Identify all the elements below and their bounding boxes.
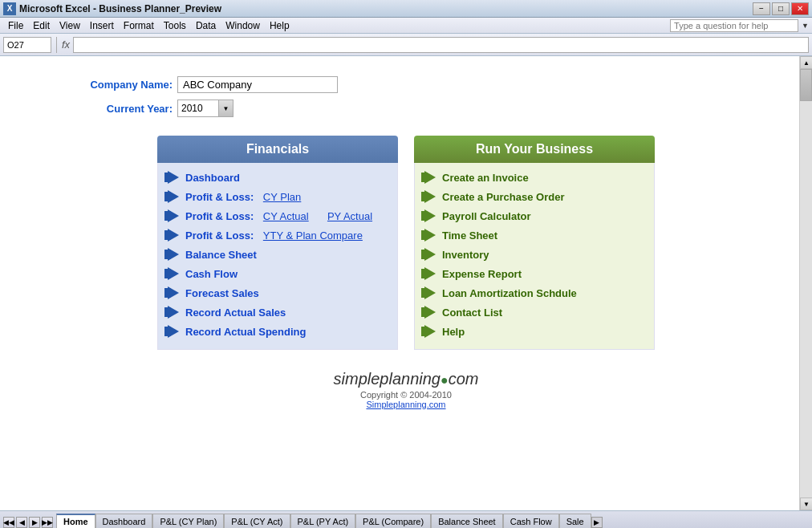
contact-list-item: Contact List [424, 306, 644, 319]
tab-cash-flow[interactable]: Cash Flow [503, 514, 559, 528]
expense-report-link[interactable]: Expense Report [442, 268, 522, 280]
window-title: Microsoft Excel - Business Planner_Previ… [19, 3, 753, 14]
create-invoice-link[interactable]: Create an Invoice [442, 172, 529, 184]
tab-sale[interactable]: Sale [559, 514, 591, 528]
help-link[interactable]: Help [442, 326, 465, 338]
help-search-dropdown[interactable]: ▼ [802, 22, 809, 30]
menu-window[interactable]: Window [221, 19, 265, 32]
tab-next-button[interactable]: ▶ [29, 517, 40, 528]
footer-area: simpleplanning●com Copyright © 2004-2010… [12, 358, 800, 413]
tab-first-button[interactable]: ◀◀ [3, 517, 14, 528]
menu-help[interactable]: Help [265, 19, 294, 32]
pl-compare-item: Profit & Loss: YTY & Plan Compare [168, 229, 388, 242]
menu-format[interactable]: Format [119, 19, 159, 32]
menu-tools[interactable]: Tools [159, 19, 191, 32]
dashboard-item: Dashboard [168, 171, 388, 184]
scroll-down-button[interactable]: ▼ [800, 498, 812, 510]
menu-insert[interactable]: Insert [85, 19, 119, 32]
inventory-link[interactable]: Inventory [442, 249, 489, 261]
tab-balance-sheet[interactable]: Balance Sheet [431, 514, 503, 528]
menu-edit[interactable]: Edit [28, 19, 55, 32]
arrow-icon [168, 248, 179, 261]
help-search-input[interactable] [670, 19, 798, 32]
loan-amort-item: Loan Amortization Schdule [424, 286, 644, 299]
scroll-up-button[interactable]: ▲ [800, 56, 812, 69]
arrow-icon [168, 171, 179, 184]
record-actual-sales-item: Record Actual Sales [168, 306, 388, 319]
py-actual-link[interactable]: PY Actual [327, 210, 372, 222]
run-your-business-body: Create an Invoice Create a Purchase Orde… [414, 163, 655, 350]
arrow-icon [168, 267, 179, 280]
pl-compare-label: Profit & Loss: [185, 229, 257, 242]
pl-actual-label: Profit & Loss: [185, 210, 257, 222]
tab-bar: ◀◀ ◀ ▶ ▶▶ Home Dashboard P&L (CY Plan) P… [0, 510, 812, 528]
company-name-input[interactable] [177, 76, 338, 93]
payroll-calc-link[interactable]: Payroll Calculator [442, 210, 531, 222]
cy-actual-link[interactable]: CY Actual [263, 210, 309, 222]
tab-nav-buttons: ◀◀ ◀ ▶ ▶▶ [3, 517, 53, 528]
footer-link[interactable]: Simpleplanning.com [12, 400, 800, 409]
pl-cy-label: Profit & Loss: [185, 191, 257, 203]
contact-list-link[interactable]: Contact List [442, 307, 502, 319]
footer-copyright: Copyright © 2004-2010 [12, 390, 800, 400]
minimize-button[interactable]: − [753, 2, 770, 15]
panels-container: Financials Dashboard Profit & Loss: CY P… [12, 132, 800, 358]
tab-pl-compare[interactable]: P&L (Compare) [355, 514, 431, 528]
toolbar: O27 fx [0, 34, 812, 56]
arrow-icon [168, 325, 179, 338]
run-your-business-panel: Run Your Business Create an Invoice Crea… [414, 136, 655, 350]
year-select-wrapper: ▼ [177, 100, 233, 117]
arrow-icon [424, 286, 436, 299]
record-actual-spending-link[interactable]: Record Actual Spending [185, 326, 306, 338]
cell-reference[interactable]: O27 [3, 37, 51, 53]
arrow-icon [424, 229, 436, 242]
create-po-item: Create a Purchase Order [424, 190, 644, 203]
payroll-calc-item: Payroll Calculator [424, 209, 644, 222]
menu-data[interactable]: Data [191, 19, 221, 32]
year-dropdown-button[interactable]: ▼ [218, 100, 233, 116]
menu-view[interactable]: View [55, 19, 85, 32]
balance-sheet-item: Balance Sheet [168, 248, 388, 261]
toolbar-divider [56, 37, 57, 53]
cy-plan-link[interactable]: CY Plan [263, 191, 301, 203]
arrow-icon [424, 248, 436, 261]
tab-home[interactable]: Home [56, 514, 95, 528]
financials-body: Dashboard Profit & Loss: CY Plan Profit … [157, 163, 398, 350]
arrow-icon [424, 171, 436, 184]
app-icon: X [3, 2, 16, 15]
record-actual-spending-item: Record Actual Spending [168, 325, 388, 338]
vertical-scrollbar[interactable]: ▲ ▼ [799, 56, 812, 510]
menu-bar: File Edit View Insert Format Tools Data … [0, 18, 812, 34]
record-actual-sales-link[interactable]: Record Actual Sales [185, 307, 286, 319]
year-input[interactable] [178, 101, 218, 116]
menu-file[interactable]: File [3, 19, 28, 32]
create-po-link[interactable]: Create a Purchase Order [442, 191, 564, 203]
arrow-icon [424, 267, 436, 280]
current-year-label: Current Year: [76, 103, 173, 115]
dashboard-link[interactable]: Dashboard [185, 172, 240, 184]
tab-dashboard[interactable]: Dashboard [95, 514, 153, 528]
forecast-sales-item: Forecast Sales [168, 286, 388, 299]
tab-last-button[interactable]: ▶▶ [42, 517, 53, 528]
tab-overflow-button[interactable]: ▶ [591, 517, 603, 528]
tab-pl-cy-plan[interactable]: P&L (CY Plan) [152, 514, 224, 528]
arrow-icon [168, 229, 179, 242]
scroll-thumb[interactable] [800, 69, 812, 101]
tab-prev-button[interactable]: ◀ [16, 517, 27, 528]
forecast-sales-link[interactable]: Forecast Sales [185, 287, 259, 299]
time-sheet-link[interactable]: Time Sheet [442, 229, 497, 242]
yty-compare-link[interactable]: YTY & Plan Compare [263, 229, 363, 242]
balance-sheet-link[interactable]: Balance Sheet [185, 249, 257, 261]
maximize-button[interactable]: □ [772, 2, 790, 15]
arrow-icon [168, 306, 179, 319]
tab-pl-cy-act[interactable]: P&L (CY Act) [224, 514, 290, 528]
arrow-icon [168, 190, 179, 203]
main-content: Company Name: Current Year: ▼ Financials… [0, 56, 812, 510]
arrow-icon [168, 209, 179, 222]
formula-bar[interactable] [73, 37, 809, 53]
tab-pl-py-act[interactable]: P&L (PY Act) [290, 514, 356, 528]
cash-flow-link[interactable]: Cash Flow [185, 268, 238, 280]
close-button[interactable]: ✕ [791, 2, 809, 15]
scroll-track [800, 69, 812, 498]
loan-amort-link[interactable]: Loan Amortization Schdule [442, 287, 577, 299]
